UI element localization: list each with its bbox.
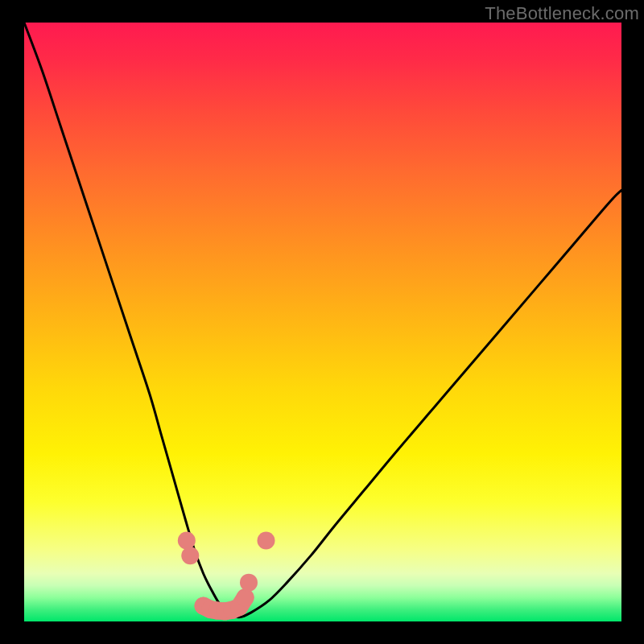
curve-layer xyxy=(24,23,621,621)
marker-dot xyxy=(181,547,199,564)
watermark-text: TheBottleneck.com xyxy=(485,3,639,24)
marker-dot xyxy=(258,532,275,550)
chart-frame: TheBottleneck.com xyxy=(0,0,644,644)
marker-dot xyxy=(237,588,254,606)
marker-dot xyxy=(178,532,196,550)
bottleneck-curve xyxy=(24,23,621,617)
plot-area xyxy=(24,23,621,621)
marker-dot xyxy=(240,574,258,592)
